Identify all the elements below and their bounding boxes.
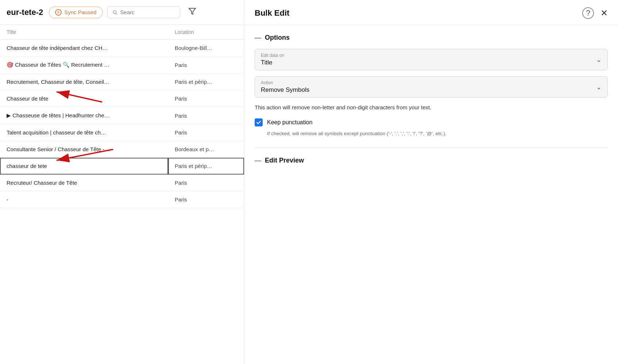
section-divider bbox=[255, 148, 608, 148]
table-cell-location: Paris et périp… bbox=[168, 158, 244, 175]
table-cell-title: Talent acquisition | chasseur de tête ch… bbox=[0, 124, 168, 141]
search-box[interactable] bbox=[107, 6, 180, 18]
panel-header-actions: ? ✕ bbox=[582, 7, 608, 19]
table-cell-title: Recruteur/ Chasseur de Tête bbox=[0, 175, 168, 191]
table-cell-location: Bordeaux et p… bbox=[168, 141, 244, 158]
table-row[interactable]: ▶ Chasseuse de têtes | Headhunter che…Pa… bbox=[0, 107, 244, 124]
panel-body: — Options Edit data on Title ⌄ Action Re… bbox=[244, 25, 618, 364]
table-cell-location: Paris bbox=[168, 56, 244, 74]
table-cell-location: Paris bbox=[168, 90, 244, 107]
data-table: Title Location Chasseur de tête indépend… bbox=[0, 25, 244, 208]
col-header-title: Title bbox=[0, 25, 168, 40]
search-input[interactable] bbox=[120, 9, 175, 15]
table-cell-location: Paris et périp… bbox=[168, 74, 244, 90]
table-cell-location: Paris bbox=[168, 124, 244, 141]
checkmark-icon bbox=[256, 120, 261, 125]
col-header-location: Location bbox=[168, 25, 244, 40]
sync-paused-button[interactable]: ⏸ Sync Paused bbox=[49, 7, 103, 18]
options-section: — Options Edit data on Title ⌄ Action Re… bbox=[255, 34, 608, 137]
table-cell-title: Chasseur de tête indépendant chez CH… bbox=[0, 40, 168, 56]
keep-punctuation-label: Keep punctuation bbox=[267, 119, 313, 126]
svg-marker-2 bbox=[189, 8, 195, 15]
filter-button[interactable] bbox=[185, 5, 200, 19]
table-cell-location: Boulogne-Bill… bbox=[168, 40, 244, 56]
action-select[interactable]: Action Remove Symbols ⌄ bbox=[255, 76, 608, 98]
action-description: This action will remove non-letter and n… bbox=[255, 103, 608, 112]
keep-punctuation-hint: If checked, will remove all symbols exce… bbox=[267, 130, 608, 138]
table-cell-title: Chasseur de tête bbox=[0, 90, 168, 107]
table-cell-location: Paris bbox=[168, 107, 244, 124]
table-cell-title: - bbox=[0, 191, 168, 208]
table-cell-title: chasseur de tete bbox=[0, 158, 168, 175]
edit-preview-section-header: — Edit Preview bbox=[255, 157, 608, 164]
table-row[interactable]: Recrutement, Chasseur de tête, Conseil…P… bbox=[0, 74, 244, 90]
keep-punctuation-checkbox[interactable] bbox=[255, 118, 263, 126]
table-cell-title: Consultante Senior / Chasseur de Tête -… bbox=[0, 141, 168, 158]
table-cell-title: 🎯 Chasseur de Têtes 🔍 Recrutement … bbox=[0, 56, 168, 74]
edit-data-on-value: Title bbox=[261, 59, 602, 66]
edit-preview-collapse-icon[interactable]: — bbox=[255, 157, 261, 164]
close-button[interactable]: ✕ bbox=[600, 9, 608, 17]
top-bar: eur-tete-2 ⏸ Sync Paused bbox=[0, 0, 244, 25]
action-label: Action bbox=[261, 80, 602, 85]
action-value: Remove Symbols bbox=[261, 86, 602, 94]
edit-preview-section: — Edit Preview bbox=[255, 157, 608, 164]
search-icon bbox=[112, 9, 117, 15]
keep-punctuation-row: Keep punctuation bbox=[255, 118, 608, 126]
filter-icon bbox=[188, 7, 196, 15]
table-container: Title Location Chasseur de tête indépend… bbox=[0, 25, 244, 364]
table-row[interactable]: Recruteur/ Chasseur de TêteParis bbox=[0, 175, 244, 191]
close-icon: ✕ bbox=[600, 8, 608, 18]
sync-paused-label: Sync Paused bbox=[64, 9, 96, 15]
help-button[interactable]: ? bbox=[582, 7, 594, 19]
edit-data-on-chevron: ⌄ bbox=[596, 56, 602, 64]
table-cell-title: Recrutement, Chasseur de tête, Conseil… bbox=[0, 74, 168, 90]
edit-preview-section-title: Edit Preview bbox=[265, 157, 304, 164]
panel-header: Bulk Edit ? ✕ bbox=[244, 0, 618, 25]
options-section-title: Options bbox=[265, 34, 290, 42]
table-row[interactable]: Talent acquisition | chasseur de tête ch… bbox=[0, 124, 244, 141]
action-chevron: ⌄ bbox=[596, 83, 602, 91]
table-row[interactable]: Chasseur de têteParis bbox=[0, 90, 244, 107]
table-cell-location: Paris bbox=[168, 191, 244, 208]
table-row[interactable]: Chasseur de tête indépendant chez CH…Bou… bbox=[0, 40, 244, 56]
table-cell-location: Paris bbox=[168, 175, 244, 191]
edit-data-on-select[interactable]: Edit data on Title ⌄ bbox=[255, 49, 608, 70]
right-panel: Bulk Edit ? ✕ — Options Edit data on Tit… bbox=[244, 0, 618, 364]
options-section-header: — Options bbox=[255, 34, 608, 42]
pause-icon: ⏸ bbox=[55, 9, 62, 16]
table-row[interactable]: Consultante Senior / Chasseur de Tête -…… bbox=[0, 141, 244, 158]
options-collapse-icon[interactable]: — bbox=[255, 34, 261, 42]
edit-data-on-label: Edit data on bbox=[261, 53, 602, 58]
panel-title: Bulk Edit bbox=[255, 8, 289, 18]
help-icon: ? bbox=[586, 8, 590, 18]
table-row[interactable]: chasseur de teteParis et périp… bbox=[0, 158, 244, 175]
table-cell-title: ▶ Chasseuse de têtes | Headhunter che… bbox=[0, 107, 168, 124]
table-row[interactable]: -Paris bbox=[0, 191, 244, 208]
app-title: eur-tete-2 bbox=[7, 8, 43, 17]
table-row[interactable]: 🎯 Chasseur de Têtes 🔍 Recrutement …Paris bbox=[0, 56, 244, 74]
svg-line-1 bbox=[116, 13, 117, 14]
